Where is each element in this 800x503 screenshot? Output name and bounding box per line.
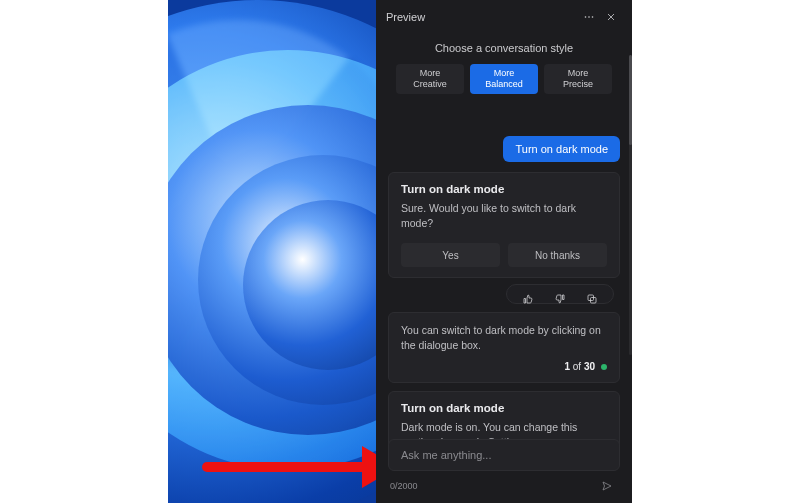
copy-icon	[586, 293, 598, 305]
style-option-line2: Precise	[563, 79, 593, 90]
ask-input-container[interactable]	[388, 439, 620, 471]
style-option-line1: More	[568, 68, 589, 79]
style-caption: Choose a conversation style	[390, 42, 618, 54]
scrollbar-thumb[interactable]	[629, 55, 632, 145]
card-body: You can switch to dark mode by clicking …	[401, 323, 607, 353]
thumbs-down-icon	[554, 293, 566, 305]
dislike-button[interactable]	[549, 288, 571, 310]
send-icon	[601, 480, 613, 492]
card-title: Turn on dark mode	[401, 402, 607, 414]
style-option-line2: Balanced	[485, 79, 523, 90]
close-icon	[605, 11, 617, 23]
style-option-line1: More	[420, 68, 441, 79]
reaction-toolbar	[388, 284, 620, 304]
assistant-card-instruction: You can switch to dark mode by clicking …	[388, 312, 620, 383]
copy-button[interactable]	[581, 288, 603, 310]
style-option-line1: More	[494, 68, 515, 79]
style-option-balanced[interactable]: More Balanced	[470, 64, 538, 94]
choice-no-button[interactable]: No thanks	[508, 243, 607, 267]
card-body: Sure. Would you like to switch to dark m…	[401, 201, 607, 231]
svg-point-2	[592, 16, 594, 18]
send-button[interactable]	[596, 475, 618, 497]
panel-title: Preview	[386, 11, 578, 23]
svg-point-1	[588, 16, 590, 18]
ask-input[interactable]	[399, 448, 609, 462]
desktop-wallpaper	[168, 0, 376, 503]
like-button[interactable]	[517, 288, 539, 310]
user-message-bubble: Turn on dark mode	[503, 136, 620, 162]
style-option-creative[interactable]: More Creative	[396, 64, 464, 94]
svg-point-0	[585, 16, 587, 18]
choice-yes-button[interactable]: Yes	[401, 243, 500, 267]
style-segmented-control: More Creative More Balanced More Precise	[390, 64, 618, 94]
more-horizontal-icon	[583, 11, 595, 23]
turn-counter: 1 of 30	[401, 361, 607, 372]
more-options-button[interactable]	[578, 6, 600, 28]
style-option-precise[interactable]: More Precise	[544, 64, 612, 94]
card-title: Turn on dark mode	[401, 183, 607, 195]
status-dot-icon	[601, 364, 607, 370]
close-button[interactable]	[600, 6, 622, 28]
assistant-card-prompt: Turn on dark mode Sure. Would you like t…	[388, 172, 620, 278]
style-option-line2: Creative	[413, 79, 447, 90]
char-counter: 0/2000	[390, 481, 418, 491]
thumbs-up-icon	[522, 293, 534, 305]
copilot-panel: Preview Choose a conversation style More…	[376, 0, 632, 503]
